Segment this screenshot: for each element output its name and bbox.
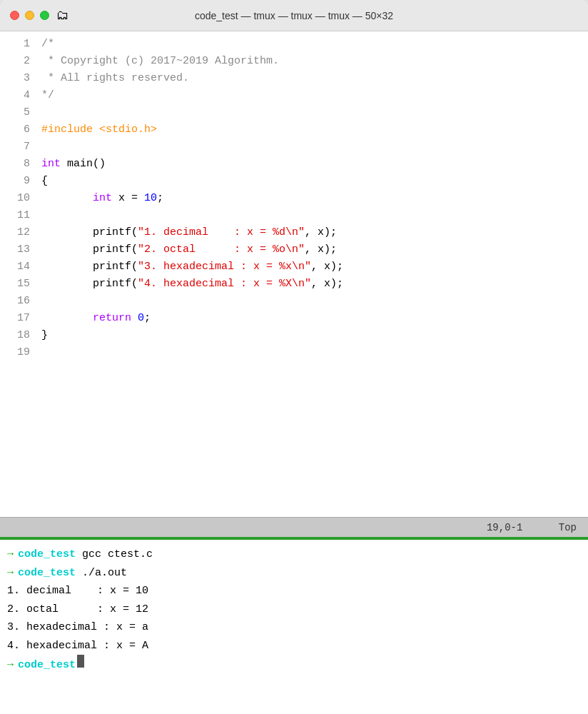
line-number: 5 bbox=[7, 104, 30, 121]
titlebar: 🗂 code_test — tmux — tmux — tmux — 50×32 bbox=[0, 0, 588, 31]
line-number: 4 bbox=[7, 87, 30, 104]
minimize-button[interactable] bbox=[25, 11, 34, 20]
terminal-prompt: code_test bbox=[18, 545, 76, 564]
code-line: 8int main() bbox=[0, 156, 588, 173]
code-content: printf("1. decimal : x = %d\n", x); bbox=[41, 224, 337, 241]
code-content bbox=[41, 139, 48, 156]
line-number: 12 bbox=[7, 224, 30, 241]
maximize-button[interactable] bbox=[40, 11, 49, 20]
code-token bbox=[131, 312, 138, 324]
terminal-arrow: → bbox=[7, 564, 14, 583]
code-token: main() bbox=[61, 158, 106, 170]
code-token: 0 bbox=[138, 312, 144, 324]
cursor-position: 19,0-1 Top bbox=[487, 522, 577, 533]
code-token bbox=[41, 192, 93, 204]
code-line: 10 int x = 10; bbox=[0, 190, 588, 207]
code-token: int bbox=[93, 192, 112, 204]
code-line: 13 printf("2. octal : x = %o\n", x); bbox=[0, 241, 588, 258]
code-line: 11 bbox=[0, 207, 588, 224]
code-content: #include <stdio.h> bbox=[41, 121, 157, 139]
code-content: } bbox=[41, 327, 48, 344]
code-line: 3 * All rights reserved. bbox=[0, 70, 588, 87]
code-line: 18} bbox=[0, 327, 588, 344]
code-content bbox=[41, 293, 48, 310]
line-number: 13 bbox=[7, 241, 30, 258]
code-content bbox=[41, 344, 48, 361]
code-content: return 0; bbox=[41, 310, 151, 327]
code-line: 5 bbox=[0, 104, 588, 121]
terminal-output: 2. octal : x = 12 bbox=[7, 600, 148, 619]
code-token: int bbox=[41, 158, 61, 170]
terminal-prompt: code_test bbox=[18, 564, 76, 583]
code-token: , x); bbox=[305, 243, 337, 256]
line-number: 3 bbox=[7, 70, 30, 87]
terminal-command: ./a.out bbox=[76, 564, 127, 583]
code-token: return bbox=[93, 312, 131, 324]
line-number: 10 bbox=[7, 190, 30, 207]
line-number: 15 bbox=[7, 276, 30, 293]
code-content: /* bbox=[41, 36, 54, 53]
terminal-line: 1. decimal : x = 10 bbox=[7, 582, 581, 600]
code-line: 4*/ bbox=[0, 87, 588, 104]
code-line: 9{ bbox=[0, 173, 588, 190]
line-number: 9 bbox=[7, 173, 30, 190]
code-token bbox=[41, 312, 93, 324]
terminal-arrow: → bbox=[7, 656, 14, 675]
terminal-output: 3. hexadecimal : x = a bbox=[7, 618, 148, 637]
code-token: printf( bbox=[41, 261, 138, 273]
code-content: int main() bbox=[41, 156, 106, 173]
window-title: code_test — tmux — tmux — tmux — 50×32 bbox=[195, 10, 393, 21]
code-content: { bbox=[41, 173, 48, 190]
line-number: 11 bbox=[7, 207, 30, 224]
code-content: * Copyright (c) 2017~2019 Algorithm. bbox=[41, 53, 279, 70]
terminal[interactable]: →code_test gcc ctest.c→code_test ./a.out… bbox=[0, 540, 588, 714]
terminal-output: 1. decimal : x = 10 bbox=[7, 582, 148, 600]
code-token: * Copyright (c) 2017~2019 Algorithm. bbox=[41, 55, 279, 67]
code-token: printf( bbox=[41, 243, 138, 256]
code-token: } bbox=[41, 329, 48, 341]
code-line: 2 * Copyright (c) 2017~2019 Algorithm. bbox=[0, 53, 588, 70]
line-number: 8 bbox=[7, 156, 30, 173]
code-token: , x); bbox=[311, 278, 343, 290]
status-line: 19,0-1 Top bbox=[0, 517, 588, 537]
code-line: 6#include <stdio.h> bbox=[0, 121, 588, 139]
code-token: , x); bbox=[305, 226, 337, 238]
code-token: 10 bbox=[144, 192, 157, 204]
code-token: "2. octal : x = %o\n" bbox=[138, 243, 305, 256]
traffic-lights bbox=[10, 11, 49, 20]
code-content: */ bbox=[41, 87, 54, 104]
terminal-line: 4. hexadecimal : x = A bbox=[7, 637, 581, 655]
code-line: 19 bbox=[0, 344, 588, 361]
line-number: 16 bbox=[7, 293, 30, 310]
code-token: ; bbox=[157, 192, 163, 204]
terminal-output: 4. hexadecimal : x = A bbox=[7, 637, 148, 655]
code-content: * All rights reserved. bbox=[41, 70, 189, 87]
code-content: printf("3. hexadecimal : x = %x\n", x); bbox=[41, 258, 343, 276]
code-token: ; bbox=[144, 312, 151, 324]
code-editor[interactable]: 1/*2 * Copyright (c) 2017~2019 Algorithm… bbox=[0, 31, 588, 517]
terminal-arrow: → bbox=[7, 545, 14, 564]
code-token: #include bbox=[41, 124, 99, 136]
code-content: printf("2. octal : x = %o\n", x); bbox=[41, 241, 337, 258]
code-line: 17 return 0; bbox=[0, 310, 588, 327]
line-number: 18 bbox=[7, 327, 30, 344]
code-token: */ bbox=[41, 89, 54, 101]
code-token: <stdio.h> bbox=[99, 124, 157, 136]
close-button[interactable] bbox=[10, 11, 19, 20]
line-number: 6 bbox=[7, 121, 30, 139]
code-token: x = bbox=[112, 192, 144, 204]
code-token: "1. decimal : x = %d\n" bbox=[138, 226, 305, 238]
code-token: "4. hexadecimal : x = %X\n" bbox=[138, 278, 311, 290]
terminal-cursor bbox=[77, 655, 84, 668]
line-number: 14 bbox=[7, 258, 30, 276]
terminal-command: gcc ctest.c bbox=[76, 545, 153, 564]
code-line: 16 bbox=[0, 293, 588, 310]
code-content bbox=[41, 104, 48, 121]
code-line: 1/* bbox=[0, 36, 588, 53]
terminal-prompt: code_test bbox=[18, 656, 76, 675]
line-number: 17 bbox=[7, 310, 30, 327]
terminal-wrapper: →code_test gcc ctest.c→code_test ./a.out… bbox=[0, 540, 588, 714]
code-token: , x); bbox=[311, 261, 343, 273]
terminal-line: →code_test bbox=[7, 655, 581, 675]
line-number: 1 bbox=[7, 36, 30, 53]
